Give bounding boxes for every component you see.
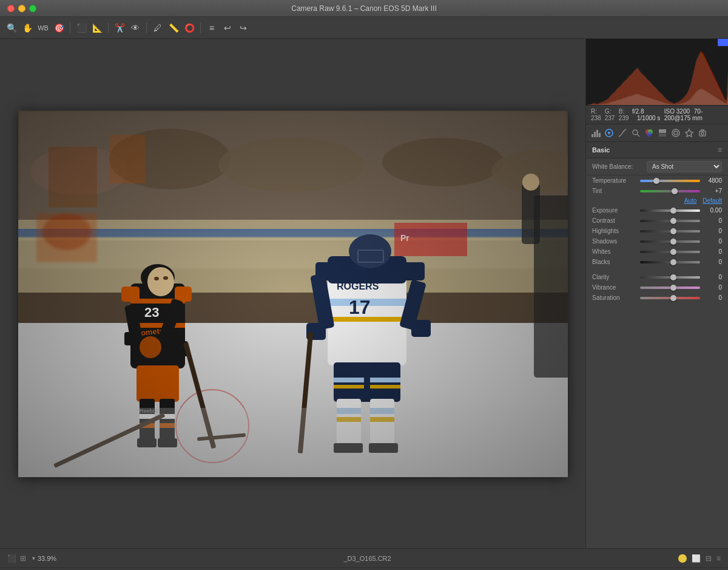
tab-camera-calibration[interactable] bbox=[696, 127, 709, 139]
color-sampler-tool[interactable]: 🎯 bbox=[52, 21, 66, 35]
title-bar: Camera Raw 9.6.1 – Canon EOS 5D Mark III bbox=[0, 0, 728, 17]
toolbar: 🔍 ✋ WB 🎯 ⬛ 📐 ✂️ 👁 🖊 📏 ⭕ ≡ ↩ ↪ bbox=[0, 17, 728, 39]
highlights-slider[interactable] bbox=[640, 230, 700, 232]
radial-filter[interactable]: ⭕ bbox=[183, 21, 196, 35]
separator-3 bbox=[146, 22, 147, 33]
shadows-slider[interactable] bbox=[640, 240, 700, 243]
tint-value: +7 bbox=[703, 188, 722, 194]
minimize-button[interactable] bbox=[18, 5, 25, 12]
saturation-thumb[interactable] bbox=[670, 295, 676, 301]
highlights-thumb[interactable] bbox=[670, 228, 676, 234]
shadows-thumb[interactable] bbox=[670, 239, 676, 245]
contrast-row: Contrast 0 bbox=[586, 215, 728, 226]
adjustment-brush[interactable]: 🖊 bbox=[151, 21, 164, 35]
tab-split-toning[interactable] bbox=[656, 127, 669, 139]
status-right: ⬜ ⊟ ≡ bbox=[678, 554, 721, 563]
section-menu-icon[interactable]: ≡ bbox=[718, 146, 722, 154]
contrast-thumb[interactable] bbox=[670, 218, 676, 224]
wb-label: White Balance: bbox=[592, 163, 647, 170]
compare-icon[interactable]: ⊟ bbox=[706, 554, 712, 563]
temperature-value: 4800 bbox=[703, 177, 722, 184]
g-value: 237 bbox=[605, 115, 615, 121]
main-layout: Pr 23 bbox=[0, 39, 728, 548]
blacks-slider[interactable] bbox=[640, 261, 700, 263]
blacks-label: Blacks bbox=[592, 259, 638, 265]
temperature-slider[interactable] bbox=[640, 180, 700, 182]
clarity-slider[interactable] bbox=[640, 276, 700, 279]
tab-histogram[interactable] bbox=[590, 127, 602, 139]
tab-lens[interactable] bbox=[670, 127, 682, 139]
tint-slider[interactable] bbox=[640, 190, 700, 192]
tab-hsl[interactable] bbox=[643, 127, 655, 139]
svg-rect-97 bbox=[659, 134, 666, 137]
rgb-info: R: 238 G: 237 B: 239 f/2.8 1/1000 s ISO … bbox=[586, 106, 728, 124]
tab-effects[interactable] bbox=[683, 127, 695, 139]
white-balance-select[interactable]: As Shot Auto Daylight Cloudy Shade Tungs… bbox=[647, 161, 722, 172]
g-label: G: 237 bbox=[605, 108, 619, 121]
saturation-value: 0 bbox=[703, 294, 722, 301]
svg-point-91 bbox=[633, 130, 638, 135]
white-balance-tool[interactable]: WB bbox=[36, 21, 50, 35]
exposure-slider[interactable] bbox=[640, 209, 700, 212]
blacks-thumb[interactable] bbox=[670, 259, 676, 265]
whites-thumb[interactable] bbox=[670, 249, 676, 255]
saturation-slider[interactable] bbox=[640, 297, 700, 299]
zoom-tool[interactable]: 🔍 bbox=[5, 21, 18, 35]
saturation-row: Saturation 0 bbox=[586, 293, 728, 303]
menu-icon[interactable]: ≡ bbox=[716, 554, 721, 563]
canvas-area[interactable]: Pr 23 bbox=[0, 39, 585, 548]
highlights-value: 0 bbox=[703, 228, 722, 234]
clarity-thumb[interactable] bbox=[670, 274, 676, 280]
saturation-label: Saturation bbox=[592, 294, 638, 301]
gradient-filter[interactable]: 📏 bbox=[167, 21, 180, 35]
straighten-tool[interactable]: 📐 bbox=[90, 21, 104, 35]
svg-rect-101 bbox=[699, 131, 706, 136]
auto-button[interactable]: Auto bbox=[684, 197, 697, 204]
crop-tool[interactable]: ⬛ bbox=[75, 21, 88, 35]
maximize-button[interactable] bbox=[29, 5, 36, 12]
svg-point-99 bbox=[674, 131, 678, 135]
shadows-value: 0 bbox=[703, 238, 722, 245]
filmstrip-icon[interactable]: ⬛ bbox=[7, 554, 16, 563]
zoom-down-arrow[interactable]: ▼ bbox=[31, 555, 36, 562]
shadows-row: Shadows 0 bbox=[586, 236, 728, 246]
rotate-left[interactable]: ↩ bbox=[221, 21, 234, 35]
tab-detail[interactable] bbox=[630, 127, 642, 139]
preferences-btn[interactable]: ≡ bbox=[205, 21, 218, 35]
hand-tool[interactable]: ✋ bbox=[21, 21, 34, 35]
basic-section-header[interactable]: Basic ≡ bbox=[586, 142, 728, 158]
clarity-label: Clarity bbox=[592, 274, 638, 280]
tab-tone-curve[interactable] bbox=[616, 127, 629, 139]
rotate-right[interactable]: ↪ bbox=[237, 21, 250, 35]
zoom-value[interactable]: 33.9% bbox=[38, 555, 56, 562]
temperature-thumb[interactable] bbox=[653, 178, 659, 184]
grid-icon[interactable]: ⊞ bbox=[20, 554, 26, 563]
color-label-indicator[interactable] bbox=[678, 554, 687, 563]
exposure-thumb[interactable] bbox=[670, 208, 676, 214]
vibrance-slider[interactable] bbox=[640, 287, 700, 289]
vibrance-thumb[interactable] bbox=[670, 285, 676, 291]
svg-point-102 bbox=[701, 132, 704, 135]
r-value: 238 bbox=[591, 115, 601, 121]
tab-basic[interactable] bbox=[603, 127, 615, 139]
iso-value: ISO 3200 bbox=[664, 108, 690, 115]
redeye-tool[interactable]: 👁 bbox=[129, 21, 142, 35]
zoom-display: ▼ 33.9% bbox=[31, 555, 56, 562]
separator-1 bbox=[70, 22, 70, 33]
contrast-value: 0 bbox=[703, 217, 722, 224]
fullscreen-icon[interactable]: ⬜ bbox=[692, 554, 701, 563]
close-button[interactable] bbox=[7, 5, 15, 12]
vibrance-label: Vibrance bbox=[592, 284, 638, 291]
app-title: Camera Raw 9.6.1 – Canon EOS 5D Mark III bbox=[291, 4, 436, 13]
temperature-label: Temperature bbox=[592, 177, 638, 184]
shadows-label: Shadows bbox=[592, 238, 638, 245]
clarity-value: 0 bbox=[703, 274, 722, 280]
whites-row: Whites 0 bbox=[586, 246, 728, 257]
svg-point-90 bbox=[608, 132, 610, 134]
spot-removal-tool[interactable]: ✂️ bbox=[113, 21, 126, 35]
whites-slider[interactable] bbox=[640, 251, 700, 253]
default-button[interactable]: Default bbox=[703, 197, 722, 204]
tint-thumb[interactable] bbox=[672, 188, 678, 194]
temperature-row: Temperature 4800 bbox=[586, 175, 728, 186]
contrast-slider[interactable] bbox=[640, 220, 700, 222]
